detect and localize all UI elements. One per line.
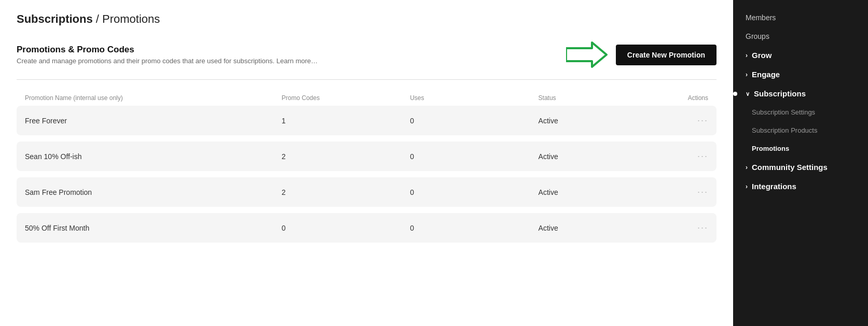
row-uses: 0 [410,152,538,161]
row-status: Active [539,117,667,125]
row-uses: 0 [410,117,538,125]
chevron-community-icon [746,164,748,171]
sidebar-label-promotions: Promotions [752,145,789,152]
sidebar-label-community-settings: Community Settings [752,163,828,172]
col-header-uses: Uses [410,94,538,102]
sidebar-label-integrations: Integrations [752,182,796,191]
svg-marker-0 [566,42,607,67]
breadcrumb-separator: / [93,12,102,25]
col-header-actions: Actions [667,94,708,102]
breadcrumb-current: Promotions [102,12,160,25]
section-header: Promotions & Promo Codes Create and mana… [17,40,717,69]
table-row: Sean 10% Off-ish 2 0 Active ··· [17,141,717,171]
row-promo-codes: 0 [282,224,410,232]
row-status: Active [539,224,667,232]
sidebar-item-engage[interactable]: Engage [733,65,868,84]
sidebar-item-community-settings[interactable]: Community Settings [733,158,868,177]
col-header-promo-codes: Promo Codes [282,94,410,102]
sidebar-item-subscriptions[interactable]: Subscriptions [733,84,868,103]
sidebar-item-members[interactable]: Members [733,8,868,27]
breadcrumb-bold: Subscriptions [17,12,93,25]
table-header: Promotion Name (internal use only) Promo… [17,90,717,106]
create-promotion-button[interactable]: Create New Promotion [616,45,717,65]
sidebar-label-grow: Grow [752,51,771,60]
row-actions-button[interactable]: ··· [667,222,708,233]
row-name: Sean 10% Off-ish [25,152,282,161]
table-row: 50% Off First Month 0 0 Active ··· [17,213,717,243]
chevron-subscriptions-icon [746,90,750,97]
sidebar: Members Groups Grow Engage Subscriptions… [733,0,868,326]
section-title: Promotions & Promo Codes [17,45,318,55]
subscriptions-section: Subscriptions Subscription Settings Subs… [733,84,868,158]
row-promo-codes: 2 [282,188,410,196]
sidebar-label-subscription-products: Subscription Products [752,126,817,134]
section-description: Create and manage promotions and their p… [17,57,318,65]
row-actions-button[interactable]: ··· [667,151,708,162]
sidebar-item-subscription-products[interactable]: Subscription Products [733,121,868,139]
chevron-engage-icon [746,71,748,78]
breadcrumb: Subscriptions / Promotions [17,12,717,26]
row-name: Free Forever [25,117,282,125]
sidebar-item-groups[interactable]: Groups [733,27,868,46]
row-actions-button[interactable]: ··· [667,115,708,126]
col-header-name: Promotion Name (internal use only) [25,94,282,102]
sidebar-label-subscriptions: Subscriptions [754,89,806,98]
section-divider [17,79,717,80]
sidebar-label-members: Members [746,13,776,22]
table-row: Free Forever 1 0 Active ··· [17,106,717,135]
row-promo-codes: 1 [282,117,410,125]
chevron-integrations-icon [746,183,748,190]
row-name: 50% Off First Month [25,224,282,232]
arrow-icon [566,40,608,69]
table-body: Free Forever 1 0 Active ··· Sean 10% Off… [17,106,717,243]
create-btn-area: Create New Promotion [566,40,717,69]
main-content: Subscriptions / Promotions Promotions & … [0,0,733,326]
row-uses: 0 [410,188,538,196]
row-name: Sam Free Promotion [25,188,282,196]
sidebar-item-grow[interactable]: Grow [733,46,868,65]
sidebar-label-engage: Engage [752,70,780,79]
section-info: Promotions & Promo Codes Create and mana… [17,45,318,65]
sidebar-item-subscription-settings[interactable]: Subscription Settings [733,103,868,121]
active-dot-icon [733,92,737,96]
sidebar-label-subscription-settings: Subscription Settings [752,108,815,116]
sidebar-label-groups: Groups [746,32,769,40]
row-uses: 0 [410,224,538,232]
row-actions-button[interactable]: ··· [667,187,708,197]
chevron-grow-icon [746,52,748,59]
sidebar-item-integrations[interactable]: Integrations [733,177,868,196]
row-status: Active [539,188,667,196]
row-promo-codes: 2 [282,152,410,161]
sidebar-item-promotions[interactable]: Promotions [733,139,868,158]
table-row: Sam Free Promotion 2 0 Active ··· [17,177,717,207]
col-header-status: Status [539,94,667,102]
row-status: Active [539,152,667,161]
